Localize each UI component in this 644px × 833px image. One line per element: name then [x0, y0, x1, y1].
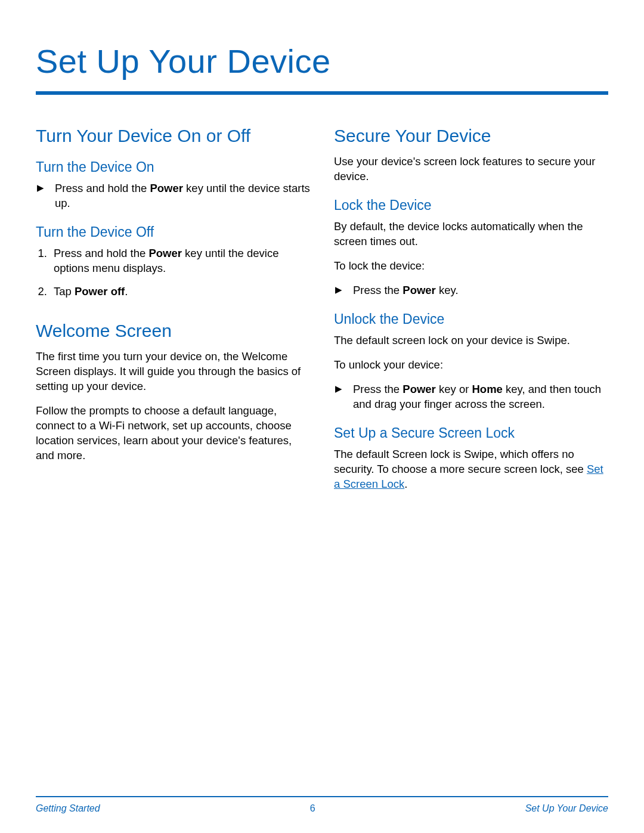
list-item: Press and hold the Power key until the d… — [50, 181, 310, 211]
bold-run: Power — [402, 284, 436, 296]
page-footer: Getting Started 6 Set Up Your Device — [0, 796, 644, 814]
bullet-list: Press and hold the Power key until the d… — [36, 181, 310, 211]
subheading-unlock: Unlock the Device — [334, 311, 608, 327]
text-run: Press the — [353, 284, 402, 296]
bold-run: Power — [402, 383, 436, 395]
text-run: key. — [436, 284, 459, 296]
bold-run: Power — [150, 182, 183, 194]
two-column-layout: Turn Your Device On or Off Turn the Devi… — [36, 119, 608, 501]
paragraph: Follow the prompts to choose a default l… — [36, 404, 310, 463]
bullet-list: Press the Power key. — [334, 283, 608, 298]
bold-run: Home — [472, 383, 503, 395]
list-item: Press and hold the Power key until the d… — [50, 246, 310, 276]
section-heading-secure: Secure Your Device — [334, 126, 608, 146]
ordered-list: Press and hold the Power key until the d… — [36, 246, 310, 299]
text-run: Tap — [54, 285, 75, 298]
horizontal-rule — [36, 91, 608, 95]
paragraph: To unlock your device: — [334, 358, 608, 373]
list-item: Tap Power off. — [50, 284, 310, 299]
section-heading-turn-on-off: Turn Your Device On or Off — [36, 126, 310, 146]
text-run: The default Screen lock is Swipe, which … — [334, 448, 587, 475]
list-item: Press the Power key. — [348, 283, 608, 298]
bold-run: Power off — [75, 285, 125, 298]
page-title: Set Up Your Device — [36, 42, 608, 80]
document-page: Set Up Your Device Turn Your Device On o… — [0, 0, 644, 833]
subheading-lock: Lock the Device — [334, 197, 608, 213]
paragraph: By default, the device locks automatical… — [334, 219, 608, 249]
text-run: . — [404, 478, 407, 490]
text-run: Press and hold the — [54, 247, 148, 259]
footer-page-number: 6 — [310, 803, 315, 814]
list-item: Press the Power key or Home key, and the… — [348, 382, 608, 412]
paragraph: Use your device's screen lock features t… — [334, 154, 608, 184]
subheading-turn-on: Turn the Device On — [36, 159, 310, 175]
subheading-setup-lock: Set Up a Secure Screen Lock — [334, 425, 608, 441]
text-run: Press and hold the — [55, 182, 150, 194]
paragraph: The default Screen lock is Swipe, which … — [334, 447, 608, 492]
text-run: . — [125, 285, 128, 298]
subheading-turn-off: Turn the Device Off — [36, 224, 310, 240]
right-column: Secure Your Device Use your device's scr… — [334, 119, 608, 501]
footer-bar: Getting Started 6 Set Up Your Device — [36, 796, 608, 814]
paragraph: The default screen lock on your device i… — [334, 333, 608, 348]
text-run: Press the — [353, 383, 402, 395]
footer-left: Getting Started — [36, 803, 100, 814]
footer-right: Set Up Your Device — [525, 803, 608, 814]
paragraph: The first time you turn your device on, … — [36, 349, 310, 394]
paragraph: To lock the device: — [334, 259, 608, 274]
bullet-list: Press the Power key or Home key, and the… — [334, 382, 608, 412]
text-run: key or — [436, 383, 472, 395]
left-column: Turn Your Device On or Off Turn the Devi… — [36, 119, 310, 501]
bold-run: Power — [148, 247, 182, 259]
section-heading-welcome: Welcome Screen — [36, 321, 310, 341]
